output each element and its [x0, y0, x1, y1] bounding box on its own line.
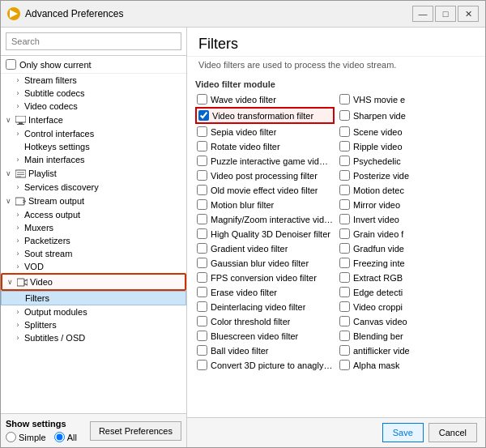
sidebar-item-services-discovery[interactable]: › Services discovery	[1, 181, 186, 194]
filter-label: Scene video	[353, 127, 403, 137]
sidebar-item-vod[interactable]: › VOD	[1, 260, 186, 273]
filter-checkbox-mirror[interactable]	[339, 199, 350, 210]
filter-item-mirror: Mirror video	[338, 198, 477, 211]
filter-checkbox-vpp[interactable]	[197, 170, 207, 181]
filter-label: Magnify/Zoom interactive video filter	[211, 215, 333, 224]
filter-checkbox-antiflicker[interactable]	[339, 345, 350, 356]
filter-checkbox-convert3d[interactable]	[197, 360, 207, 370]
filter-checkbox-alphamask[interactable]	[339, 360, 350, 370]
filter-checkbox-gradfun[interactable]	[339, 243, 350, 254]
filter-checkbox-hq3d[interactable]	[197, 228, 207, 239]
arrow-icon: ›	[14, 76, 22, 84]
filter-checkbox-blending[interactable]	[339, 331, 350, 341]
filter-checkbox-colorthreshold[interactable]	[197, 316, 207, 326]
filter-checkbox-fps[interactable]	[197, 272, 207, 283]
filter-checkbox-vhs[interactable]	[339, 94, 350, 105]
filter-label: Video transformation filter	[212, 111, 313, 121]
filter-checkbox-video-transform[interactable]	[198, 110, 209, 121]
cancel-button[interactable]: Cancel	[428, 423, 477, 442]
arrow-icon: ∨	[4, 169, 12, 177]
filter-checkbox-posterize[interactable]	[339, 170, 350, 181]
radio-all[interactable]: All	[54, 432, 77, 442]
filter-checkbox-psychedelic[interactable]	[339, 156, 350, 166]
sidebar-item-access-output[interactable]: › Access output	[1, 208, 186, 221]
filter-checkbox-canvas[interactable]	[339, 316, 350, 326]
sidebar-item-main-interfaces[interactable]: › Main interfaces	[1, 153, 186, 166]
sidebar-item-label: Main interfaces	[24, 155, 183, 164]
radio-simple[interactable]: Simple	[6, 432, 46, 442]
sidebar-item-output-modules[interactable]: › Output modules	[1, 305, 186, 318]
filter-item-motionblur: Motion blur filter	[195, 198, 335, 211]
sidebar-item-subtitle-codecs[interactable]: › Subtitle codecs	[1, 87, 186, 100]
filter-checkbox-erase[interactable]	[197, 287, 207, 297]
sidebar-item-label: Output modules	[24, 307, 183, 317]
sidebar-item-label: Muxers	[24, 223, 183, 233]
filter-checkbox-magnify[interactable]	[197, 214, 207, 224]
sidebar-item-stream-output[interactable]: ∨ Stream output	[1, 194, 186, 208]
sidebar-item-video[interactable]: ∨ Video	[1, 273, 186, 291]
arrow-icon: ›	[14, 237, 22, 245]
radio-all-input[interactable]	[54, 432, 65, 442]
filter-checkbox-gradient[interactable]	[197, 243, 207, 254]
sidebar-item-sout-stream[interactable]: › Sout stream	[1, 247, 186, 260]
maximize-button[interactable]: □	[435, 6, 456, 22]
sidebar-item-packetizers[interactable]: › Packetizers	[1, 234, 186, 247]
sidebar-item-label: Video codecs	[24, 101, 183, 111]
filter-checkbox-motiondetect[interactable]	[339, 185, 350, 195]
filter-checkbox-sepia[interactable]	[197, 126, 207, 137]
sidebar-item-interface[interactable]: ∨ Interface	[1, 113, 186, 127]
filter-label: Edge detecti	[353, 288, 403, 297]
svg-rect-2	[19, 122, 23, 124]
filter-label: antiflicker vide	[353, 346, 410, 356]
arrow-icon: ∨	[4, 197, 12, 205]
filter-checkbox-videocrop[interactable]	[339, 301, 350, 312]
filter-label: Motion blur filter	[211, 200, 274, 210]
minimize-button[interactable]: —	[412, 6, 433, 22]
sidebar-item-label: Interface	[28, 115, 183, 125]
filter-checkbox-ball[interactable]	[197, 345, 207, 356]
filter-checkbox-rotate[interactable]	[197, 141, 207, 151]
sidebar-item-video-codecs[interactable]: › Video codecs	[1, 100, 186, 113]
sidebar-item-playlist[interactable]: ∨ Playlist	[1, 166, 186, 181]
filter-item-antiflicker: antiflicker vide	[338, 343, 477, 357]
filter-checkbox-oldmovie[interactable]	[197, 185, 207, 195]
filter-item-convert3d: Convert 3D picture to anaglyph image vid…	[195, 358, 335, 372]
search-input[interactable]	[6, 32, 181, 50]
filter-checkbox-gaussianblur[interactable]	[197, 258, 207, 268]
filter-label: Ripple video	[353, 142, 403, 151]
filter-checkbox-grain[interactable]	[339, 228, 350, 239]
sidebar-item-filters[interactable]: Filters	[1, 291, 186, 305]
filter-label: Video croppi	[353, 302, 403, 312]
sidebar-item-hotkeys-settings[interactable]: Hotkeys settings	[1, 140, 186, 153]
save-button[interactable]: Save	[382, 423, 424, 442]
filter-item-wave: Wave video filter	[195, 92, 335, 106]
radio-simple-input[interactable]	[6, 432, 16, 442]
filter-checkbox-invert[interactable]	[339, 214, 350, 224]
filter-checkbox-extractrgb[interactable]	[339, 272, 350, 283]
filter-item-blending: Blending ber	[338, 329, 477, 343]
sidebar-item-splitters[interactable]: › Splitters	[1, 318, 186, 331]
arrow-icon: ∨	[4, 116, 12, 124]
filter-checkbox-freezing[interactable]	[339, 258, 350, 268]
filter-checkbox-scene[interactable]	[339, 126, 350, 137]
filter-checkbox-sharpen[interactable]	[339, 110, 350, 121]
filter-checkbox-wave[interactable]	[197, 94, 207, 105]
video-icon	[16, 276, 28, 288]
filter-checkbox-motionblur[interactable]	[197, 199, 207, 210]
bottom-controls-row: Show settings Simple All Re	[6, 419, 181, 442]
filter-item-ripple: Ripple video	[338, 139, 477, 153]
only-current-label: Only show current	[19, 60, 92, 70]
filter-label: High Quality 3D Denoiser filter	[211, 229, 330, 239]
sidebar-item-stream-filters[interactable]: › Stream filters	[1, 74, 186, 87]
filter-checkbox-bluescreen[interactable]	[197, 331, 207, 341]
filter-checkbox-puzzle[interactable]	[197, 156, 207, 166]
filter-checkbox-ripple[interactable]	[339, 141, 350, 151]
sidebar-item-muxers[interactable]: › Muxers	[1, 221, 186, 234]
sidebar-item-control-interfaces[interactable]: › Control interfaces	[1, 127, 186, 140]
sidebar-item-subtitles-osd[interactable]: › Subtitles / OSD	[1, 331, 186, 344]
close-button[interactable]: ✕	[458, 6, 479, 22]
only-current-checkbox[interactable]	[6, 59, 16, 70]
filter-checkbox-edgedetect[interactable]	[339, 287, 350, 297]
reset-preferences-button[interactable]: Reset Preferences	[90, 421, 181, 441]
filter-checkbox-deinterlacing[interactable]	[197, 301, 207, 312]
